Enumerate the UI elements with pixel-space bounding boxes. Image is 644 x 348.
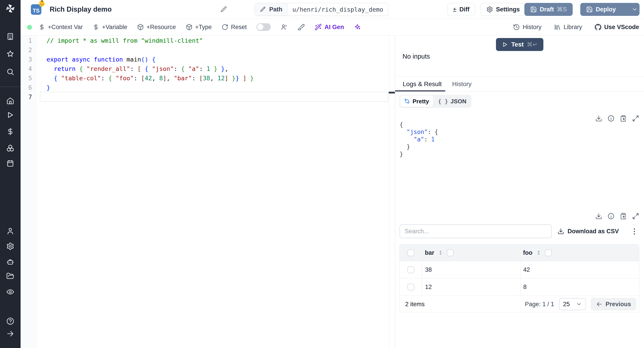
settings-button[interactable]: Settings bbox=[481, 3, 526, 16]
windmill-script-editor: TS 👶 Rich Display demo Path u/henri/rich… bbox=[0, 0, 644, 348]
toolbar-use-vscode-button[interactable]: Use VScode bbox=[594, 24, 639, 31]
save-icon bbox=[530, 6, 537, 13]
sparkles-icon bbox=[354, 24, 361, 31]
chevron-down-icon bbox=[576, 301, 582, 307]
copy-to-clipboard-icon[interactable] bbox=[620, 213, 627, 220]
sidebar-star-icon[interactable] bbox=[6, 50, 14, 58]
sidebar-home-icon[interactable] bbox=[6, 97, 14, 105]
multiplayer-users-icon[interactable] bbox=[281, 24, 288, 31]
info-icon[interactable] bbox=[608, 213, 614, 220]
line-number: 3 bbox=[23, 55, 32, 64]
active-line-highlight bbox=[40, 92, 388, 102]
multiplayer-toggle[interactable] bbox=[256, 23, 271, 31]
diff-button[interactable]: ± Diff bbox=[447, 3, 475, 16]
select-all-checkbox[interactable] bbox=[408, 249, 414, 256]
deploy-menu-button[interactable] bbox=[628, 6, 642, 12]
toolbar-contextvar-button[interactable]: +Context Var bbox=[38, 24, 83, 31]
sidebar-settings-icon[interactable] bbox=[6, 242, 14, 250]
toolbar-reset-button[interactable]: Reset bbox=[222, 24, 247, 31]
toolbar-left-group: +Context Var+Variable+Resource+TypeReset… bbox=[38, 19, 361, 35]
sidebar-search-icon[interactable] bbox=[6, 68, 14, 76]
ai-gen-button[interactable]: AI Gen bbox=[314, 24, 344, 31]
download-csv-button[interactable]: Download as CSV bbox=[558, 224, 619, 238]
info-icon[interactable] bbox=[608, 115, 614, 122]
pane-splitter-handle[interactable] bbox=[389, 92, 395, 94]
sidebar-calendar-icon[interactable] bbox=[6, 159, 14, 167]
gear-icon bbox=[486, 6, 493, 13]
page-size-select[interactable]: 25 bbox=[559, 298, 586, 310]
line-number: 4 bbox=[23, 64, 32, 74]
sidebar-dollar-icon[interactable] bbox=[6, 128, 14, 136]
column-checkbox[interactable] bbox=[545, 249, 552, 256]
dollar-icon bbox=[38, 24, 45, 30]
page-title: Rich Display demo bbox=[50, 0, 112, 19]
sidebar-help-icon[interactable] bbox=[6, 317, 14, 325]
table-header-row: bar foo bbox=[400, 244, 639, 261]
code-editor[interactable]: 1234567 // import * as wmill from "windm… bbox=[20, 36, 389, 348]
download-icon[interactable] bbox=[595, 115, 602, 122]
editor-gutter: 1234567 bbox=[20, 36, 37, 348]
plus-minus-icon: ± bbox=[453, 6, 456, 13]
row-checkbox[interactable] bbox=[408, 284, 414, 290]
toolbar-type-button[interactable]: +Type bbox=[186, 24, 212, 31]
pen-nib-icon bbox=[404, 98, 410, 104]
code-line-1: // import * as wmill from "windmill-clie… bbox=[46, 36, 203, 46]
multiplayer-users-icon bbox=[281, 24, 288, 31]
windmill-logo-icon[interactable] bbox=[5, 3, 16, 14]
json-line: { bbox=[400, 121, 438, 128]
json-result-view: { "json": { "a": 1 }} bbox=[400, 121, 438, 158]
column-header-bar[interactable]: bar bbox=[422, 249, 520, 256]
table-row[interactable]: 12 8 bbox=[400, 278, 639, 296]
download-icon[interactable] bbox=[595, 213, 602, 220]
toolbar-history-button[interactable]: History bbox=[513, 24, 541, 31]
format-brush-icon[interactable] bbox=[298, 24, 305, 31]
json-line: } bbox=[400, 143, 438, 150]
page-label: Page: 1 / 1 bbox=[525, 301, 554, 308]
table-menu-kebab[interactable]: ⋮ bbox=[630, 225, 638, 237]
row-checkbox[interactable] bbox=[408, 266, 414, 273]
table-footer: 2 items Page: 1 / 1 25 Previous bbox=[400, 296, 639, 312]
json-line: "json": { bbox=[400, 128, 438, 136]
toolbar-resource-button[interactable]: +Resource bbox=[137, 24, 176, 31]
sidebar-bot-icon[interactable] bbox=[6, 258, 14, 266]
table-row[interactable]: 38 42 bbox=[400, 261, 639, 278]
sidebar-boxes-icon[interactable] bbox=[6, 144, 14, 152]
expand-icon[interactable] bbox=[632, 213, 639, 220]
sidebar-arrow-right-icon[interactable] bbox=[6, 330, 14, 338]
pretty-view-button[interactable]: Pretty bbox=[400, 96, 433, 107]
sort-icon[interactable] bbox=[536, 250, 542, 256]
deploy-button[interactable]: Deploy bbox=[580, 6, 622, 13]
save-icon bbox=[586, 6, 593, 13]
column-header-foo[interactable]: foo bbox=[520, 249, 639, 256]
toolbar-variable-button[interactable]: +Variable bbox=[92, 24, 127, 31]
editor-toolbar: +Context Var+Variable+Resource+TypeReset… bbox=[20, 19, 644, 36]
path-control[interactable]: Path u/henri/rich_display_demo bbox=[255, 3, 388, 16]
sidebar-folder-icon[interactable] bbox=[6, 272, 14, 280]
sidebar-eye-icon[interactable] bbox=[6, 288, 14, 296]
expand-icon[interactable] bbox=[632, 115, 639, 122]
sort-icon[interactable] bbox=[438, 250, 444, 256]
tab-history[interactable]: History bbox=[452, 77, 472, 92]
toggle-knob bbox=[257, 24, 264, 30]
deploy-split-button[interactable]: Deploy bbox=[580, 3, 640, 16]
result-tabbar: Logs & Result History bbox=[395, 77, 644, 92]
table-search-input[interactable] bbox=[400, 224, 552, 238]
column-checkbox[interactable] bbox=[447, 249, 454, 256]
table-actions-row bbox=[595, 213, 639, 220]
path-edit-button[interactable]: Path bbox=[255, 3, 288, 16]
tab-logs-result[interactable]: Logs & Result bbox=[403, 77, 442, 92]
sidebar-user-icon[interactable] bbox=[6, 227, 14, 235]
ai-sparkles-button[interactable] bbox=[354, 24, 361, 31]
github-icon bbox=[594, 24, 602, 31]
edit-title-pencil-icon[interactable] bbox=[220, 6, 228, 13]
code-line-6: } bbox=[46, 83, 50, 92]
previous-page-button[interactable]: Previous bbox=[591, 298, 636, 310]
sidebar-building-icon[interactable] bbox=[6, 32, 14, 40]
copy-to-clipboard-icon[interactable] bbox=[620, 115, 627, 122]
test-run-button[interactable]: Test ⌘↵ bbox=[496, 38, 544, 51]
line-number: 5 bbox=[23, 74, 32, 83]
json-view-button[interactable]: { } JSON bbox=[434, 96, 470, 107]
save-draft-button[interactable]: Draft ⌘S bbox=[524, 3, 573, 16]
sidebar-play-icon[interactable] bbox=[6, 111, 14, 119]
toolbar-library-button[interactable]: Library bbox=[554, 24, 582, 31]
